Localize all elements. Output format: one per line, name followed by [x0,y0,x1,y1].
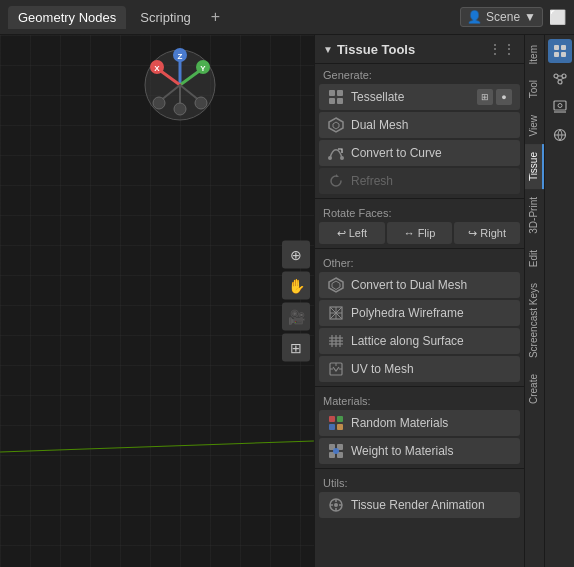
svg-point-13 [153,97,165,109]
right-icons-panel [544,35,574,567]
tissue-render-animation-button[interactable]: Tissue Render Animation [319,492,520,518]
svg-rect-58 [561,45,566,50]
tab-create[interactable]: Create [525,366,544,412]
rotate-faces-label: Rotate Faces: [315,202,524,221]
topbar: Geometry Nodes Scripting + 👤 Scene ▼ ⬜ [0,0,574,35]
tab-edit[interactable]: Edit [525,242,544,275]
zoom-in-button[interactable]: ⊕ [282,241,310,269]
convert-to-curve-label: Convert to Curve [351,146,512,160]
convert-to-curve-icon [327,144,345,162]
tab-tissue[interactable]: Tissue [525,144,544,189]
tessellate-icon [327,88,345,106]
dual-mesh-button[interactable]: Dual Mesh [319,112,520,138]
viewport[interactable]: Z Y X ⊕ ✋ 🎥 [0,35,314,567]
polyhedra-wireframe-button[interactable]: Polyhedra Wireframe [319,300,520,326]
svg-point-69 [558,104,562,108]
layout-icon[interactable]: ⬜ [549,9,566,25]
svg-rect-57 [554,45,559,50]
world-icon-button[interactable] [548,123,572,147]
grid-tool-button[interactable]: ⊞ [282,334,310,362]
svg-point-50 [333,448,339,454]
topbar-right: 👤 Scene ▼ ⬜ [460,7,566,27]
scene-icon-button[interactable] [548,95,572,119]
svg-point-22 [328,156,332,160]
node-editor-icon-button[interactable] [548,67,572,91]
svg-point-63 [558,80,562,84]
svg-point-62 [562,74,566,78]
weight-to-materials-button[interactable]: Weight to Materials [319,438,520,464]
rotate-left-icon: ↩ [337,227,346,240]
uv-to-mesh-icon [327,360,345,378]
rotate-faces-row: ↩ Left ↔ Flip ↪ Right [319,222,520,244]
convert-to-dual-mesh-icon [327,276,345,294]
rotate-left-label: Left [349,227,367,239]
svg-marker-20 [329,118,343,132]
svg-rect-17 [337,90,343,96]
tab-3d-print[interactable]: 3D-Print [525,189,544,242]
separator-4 [315,468,524,469]
rotate-left-button[interactable]: ↩ Left [319,222,385,244]
tab-screencast-keys[interactable]: Screencast Keys [525,275,544,366]
lattice-along-surface-button[interactable]: Lattice along Surface [319,328,520,354]
rotate-right-icon: ↪ [468,227,477,240]
random-materials-icon [327,414,345,432]
tissue-tools-panel: ▼ Tissue Tools ⋮⋮ Generate: Tessellate ⊞… [314,35,524,567]
random-materials-button[interactable]: Random Materials [319,410,520,436]
convert-to-dual-mesh-button[interactable]: Convert to Dual Mesh [319,272,520,298]
tab-scripting[interactable]: Scripting [130,6,201,29]
viewport-gizmo[interactable]: Z Y X [140,45,220,125]
materials-label: Materials: [315,390,524,409]
scene-label: Scene [486,10,520,24]
weight-to-materials-label: Weight to Materials [351,444,512,458]
tessellate-label: Tessellate [351,90,471,104]
properties-icon-button[interactable] [548,39,572,63]
tab-geometry-nodes[interactable]: Geometry Nodes [8,6,126,29]
convert-to-curve-button[interactable]: Convert to Curve [319,140,520,166]
dual-mesh-label: Dual Mesh [351,118,512,132]
svg-rect-19 [337,98,343,104]
camera-tool-button[interactable]: 🎥 [282,303,310,331]
tessellate-button[interactable]: Tessellate ⊞ ● [319,84,520,110]
tessellate-suffix-icon1[interactable]: ⊞ [477,89,493,105]
generate-label: Generate: [315,64,524,83]
svg-marker-24 [336,174,339,177]
refresh-icon [327,172,345,190]
separator-3 [315,386,524,387]
scene-selector[interactable]: 👤 Scene ▼ [460,7,543,27]
svg-rect-45 [337,424,343,430]
tab-view[interactable]: View [525,107,544,145]
rotate-right-button[interactable]: ↪ Right [454,222,520,244]
uv-to-mesh-button[interactable]: UV to Mesh [319,356,520,382]
add-workspace-button[interactable]: + [205,8,226,26]
svg-line-65 [556,78,560,80]
svg-rect-60 [561,52,566,57]
panel-options-button[interactable]: ⋮⋮ [488,41,516,57]
lattice-along-surface-label: Lattice along Surface [351,334,512,348]
tessellate-suffix-icon2[interactable]: ● [496,89,512,105]
weight-to-materials-icon [327,442,345,460]
panel-title: Tissue Tools [337,42,484,57]
flip-button[interactable]: ↔ Flip [387,222,453,244]
tissue-render-animation-label: Tissue Render Animation [351,498,512,512]
svg-line-66 [560,78,564,80]
tab-item[interactable]: Item [525,37,544,72]
viewport-tools: ⊕ ✋ 🎥 ⊞ [278,237,314,366]
refresh-button: Refresh [319,168,520,194]
svg-marker-21 [333,122,339,129]
tab-tool[interactable]: Tool [525,72,544,106]
rotate-right-label: Right [480,227,506,239]
separator-2 [315,248,524,249]
utils-label: Utils: [315,472,524,491]
svg-rect-43 [337,416,343,422]
convert-to-dual-mesh-label: Convert to Dual Mesh [351,278,512,292]
svg-rect-18 [329,98,335,104]
random-materials-label: Random Materials [351,416,512,430]
svg-point-15 [195,97,207,109]
panel-header: ▼ Tissue Tools ⋮⋮ [315,35,524,64]
panel-collapse-icon: ▼ [323,44,333,55]
scene-dropdown-icon: ▼ [524,10,536,24]
grab-tool-button[interactable]: ✋ [282,272,310,300]
svg-rect-44 [329,424,335,430]
right-tabs-panel: Item Tool View Tissue 3D-Print Edit Scre… [524,35,544,567]
refresh-label: Refresh [351,174,512,188]
